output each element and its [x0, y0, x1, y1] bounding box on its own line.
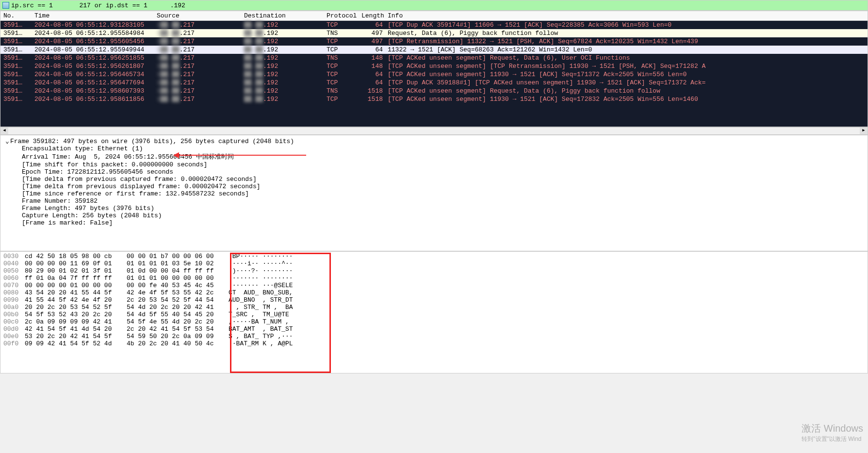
cell-destination: ██.██.192 [244, 21, 327, 29]
hex-offset: 00e0 [3, 333, 25, 340]
hex-row[interactable]: 00c02c 0a 09 09 09 09 42 41 54 5f 4e 55 … [0, 318, 868, 325]
col-header-destination[interactable]: Destination [244, 12, 327, 19]
cell-time: 2024-08-05 06:55:12.956477694 [34, 79, 157, 86]
hex-row[interactable]: 007000 00 00 00 01 00 00 00 00 00 fe 40 … [0, 282, 868, 289]
hex-ascii: , STR_ TM , BA [229, 304, 306, 311]
cell-time: 2024-08-05 06:55:12.958607393 [34, 87, 157, 95]
frame-detail-line[interactable]: [Time delta from previous captured frame… [17, 176, 868, 183]
frame-detail-line[interactable]: [Time shift for this packet: 0.000000000… [17, 161, 868, 168]
cell-info: [TCP ACKed unseen segment] 11930 → 1521 … [386, 71, 868, 78]
hex-ascii: CT AUD_ BNO_SUB, [229, 289, 306, 296]
scroll-left-button[interactable]: ◀ [0, 128, 8, 134]
hex-row[interactable]: 00a020 20 2c 20 53 54 52 5f 54 4d 20 2c … [0, 304, 868, 311]
frame-detail-line[interactable]: Frame Length: 497 bytes (3976 bits) [17, 205, 868, 212]
cell-time: 2024-08-05 06:55:12.956261807 [34, 63, 157, 70]
hex-row[interactable]: 0030cd 42 50 18 05 98 00 cb 00 00 01 b7 … [0, 253, 868, 260]
cell-length: 64 [361, 21, 386, 29]
hex-bytes-left: 80 29 00 01 02 01 3f 01 [25, 267, 127, 275]
hex-row[interactable]: 004000 00 00 00 11 69 0f 01 01 01 01 01 … [0, 260, 868, 267]
col-header-source[interactable]: Source [157, 12, 244, 19]
display-filter-input[interactable] [11, 2, 866, 9]
cell-source: 1██.██.217 [157, 38, 244, 45]
cell-time: 2024-08-05 06:55:12.955584984 [34, 30, 157, 37]
hex-ascii: ·)····?· ········ [229, 267, 306, 275]
hex-bytes-right: 01 01 01 00 00 00 00 00 [127, 275, 229, 282]
frame-detail-line[interactable]: Arrival Time: Aug 5, 2024 06:55:12.95560… [17, 152, 868, 161]
cell-protocol: TCP [327, 96, 361, 103]
cell-no: 3591… [0, 63, 34, 70]
cell-length: 497 [361, 38, 386, 45]
frame-detail-line[interactable]: [Time since reference or first frame: 13… [17, 190, 868, 197]
packet-row[interactable]: 3591…2024-08-05 06:55:12.9564657341██.██… [0, 70, 868, 79]
col-header-length[interactable]: Length [361, 12, 386, 19]
cell-source: 1██.██.217 [157, 96, 244, 103]
cell-length: 1518 [361, 87, 386, 95]
cell-time: 2024-08-05 06:55:12.955605456 [34, 38, 157, 45]
col-header-info[interactable]: Info [386, 12, 868, 19]
packet-list-pane[interactable]: No. Time Source Destination Protocol Len… [0, 11, 868, 127]
frame-detail-line[interactable]: Encapsulation type: Ethernet (1) [17, 145, 868, 152]
packet-row[interactable]: 3591…2024-08-05 06:55:12.9586118561██.██… [0, 95, 868, 103]
packet-row[interactable]: 3591…2024-08-05 06:55:12.9559499441██.██… [0, 46, 868, 54]
hex-row[interactable]: 00e053 20 2c 20 42 41 54 5f 54 59 50 20 … [0, 333, 868, 340]
cell-no: 3591… [0, 46, 34, 53]
annotation-arrow [175, 155, 306, 156]
col-header-protocol[interactable]: Protocol [327, 12, 361, 19]
hex-ascii: ,·····BA T_NUM , [229, 318, 306, 325]
packet-row[interactable]: 3591…2024-08-05 06:55:12.9586073931██.██… [0, 87, 868, 95]
cell-no: 3591… [0, 71, 34, 78]
hex-bytes-right: 2c 20 53 54 52 5f 44 54 [127, 296, 229, 304]
filter-bookmark-icon[interactable] [2, 2, 9, 9]
col-header-no[interactable]: No. [0, 12, 34, 19]
hex-row[interactable]: 005080 29 00 01 02 01 3f 01 01 0d 00 00 … [0, 267, 868, 275]
cell-destination: ██.██.192 [244, 87, 327, 95]
hex-ascii: BAT_AMT , BAT_ST [229, 325, 306, 333]
frame-detail-line[interactable]: [Frame is marked: False] [17, 219, 868, 226]
cell-info: 11322 → 1521 [ACK] Seq=68263 Ack=121262 … [386, 46, 868, 53]
cell-length: 497 [361, 30, 386, 37]
cell-source: 1██.██.217 [157, 30, 244, 37]
packet-row[interactable]: 3591…2024-08-05 06:55:12.9555849841██.██… [0, 29, 868, 37]
hex-bytes-left: ff 01 0a 04 7f ff ff ff [25, 275, 127, 282]
cell-destination: ██.██.192 [244, 96, 327, 103]
hex-bytes-left: 2c 0a 09 09 09 09 42 41 [25, 318, 127, 325]
hex-row[interactable]: 00b054 5f 53 52 43 20 2c 20 54 4d 5f 55 … [0, 311, 868, 318]
hex-ascii: ··BAT_RM K , A@PL [229, 340, 306, 347]
cell-time: 2024-08-05 06:55:12.958611856 [34, 96, 157, 103]
hex-offset: 00d0 [3, 325, 25, 333]
cell-source: 1██.██.217 [157, 21, 244, 29]
hex-bytes-left: 41 55 44 5f 42 4e 4f 20 [25, 296, 127, 304]
cell-destination: ██.██.192 [244, 54, 327, 62]
packet-row[interactable]: 3591…2024-08-05 06:55:12.9312831051██.██… [0, 21, 868, 29]
cell-protocol: TCP [327, 21, 361, 29]
cell-protocol: TNS [327, 54, 361, 62]
cell-destination: ██.██.192 [244, 46, 327, 53]
hex-row[interactable]: 0060ff 01 0a 04 7f ff ff ff 01 01 01 00 … [0, 275, 868, 282]
frame-tree-root[interactable]: ⌄Frame 359182: 497 bytes on wire (3976 b… [0, 137, 868, 145]
hex-bytes-left: 00 00 00 00 11 69 0f 01 [25, 260, 127, 267]
col-header-time[interactable]: Time [34, 12, 157, 19]
cell-source: 1██.██.217 [157, 71, 244, 78]
scroll-right-button[interactable]: ▶ [860, 128, 868, 134]
packet-row[interactable]: 3591…2024-08-05 06:55:12.9562618071██.██… [0, 62, 868, 70]
hex-row[interactable]: 008043 54 20 20 41 55 44 5f 42 4e 4f 5f … [0, 289, 868, 296]
cell-no: 3591… [0, 54, 34, 62]
frame-detail-line[interactable]: Frame Number: 359182 [17, 197, 868, 205]
frame-detail-line[interactable]: Capture Length: 256 bytes (2048 bits) [17, 212, 868, 219]
hex-row[interactable]: 00f009 09 42 41 54 5f 52 4d 4b 20 2c 20 … [0, 340, 868, 347]
hex-row[interactable]: 00d042 41 54 5f 41 4d 54 20 2c 20 42 41 … [0, 325, 868, 333]
packet-row[interactable]: 3591…2024-08-05 06:55:12.9556054561██.██… [0, 37, 868, 46]
cell-source: 1██.██.217 [157, 79, 244, 86]
hex-row[interactable]: 009041 55 44 5f 42 4e 4f 20 2c 20 53 54 … [0, 296, 868, 304]
hex-offset: 0070 [3, 282, 25, 289]
packet-list-header: No. Time Source Destination Protocol Len… [0, 11, 868, 21]
cell-time: 2024-08-05 06:55:12.955949944 [34, 46, 157, 53]
frame-detail-line[interactable]: [Time delta from previous displayed fram… [17, 183, 868, 190]
packet-list-hscroll[interactable]: ◀ ▶ [0, 127, 868, 135]
packet-row[interactable]: 3591…2024-08-05 06:55:12.9562518551██.██… [0, 54, 868, 62]
packet-bytes-pane[interactable]: 0030cd 42 50 18 05 98 00 cb 00 00 01 b7 … [0, 251, 868, 373]
frame-detail-line[interactable]: Epoch Time: 1722812112.955605456 seconds [17, 168, 868, 176]
packet-details-pane[interactable]: ⌄Frame 359182: 497 bytes on wire (3976 b… [0, 135, 868, 251]
cell-no: 3591… [0, 30, 34, 37]
packet-row[interactable]: 3591…2024-08-05 06:55:12.9564776941██.██… [0, 79, 868, 87]
